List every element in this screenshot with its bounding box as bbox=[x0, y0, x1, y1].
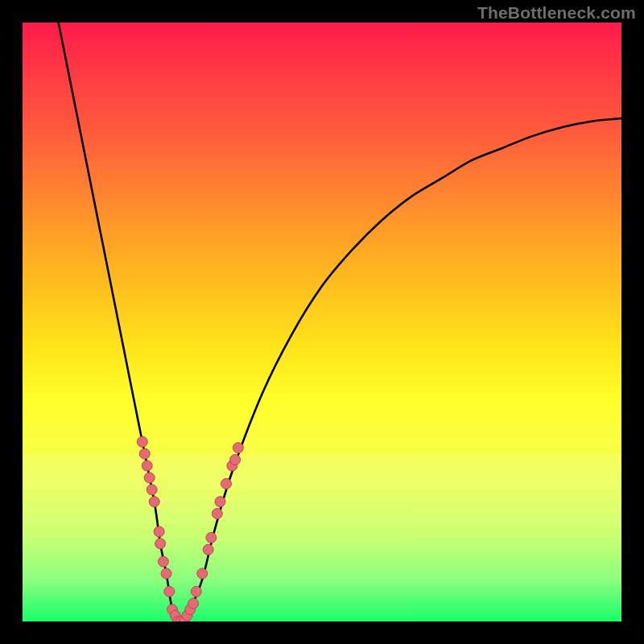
data-marker bbox=[164, 586, 175, 597]
data-marker bbox=[155, 539, 166, 549]
data-marker bbox=[188, 598, 199, 609]
data-marker bbox=[147, 485, 157, 495]
data-marker bbox=[191, 586, 201, 597]
curve-layer bbox=[23, 23, 621, 621]
data-marker bbox=[154, 526, 164, 537]
data-marker bbox=[142, 460, 152, 471]
bottleneck-curve bbox=[59, 23, 621, 621]
data-marker bbox=[215, 497, 225, 507]
plot-area bbox=[23, 23, 621, 621]
data-marker bbox=[233, 443, 243, 453]
data-marker bbox=[161, 568, 171, 579]
data-marker bbox=[212, 509, 222, 519]
data-markers bbox=[137, 436, 243, 621]
data-marker bbox=[230, 455, 241, 465]
data-marker bbox=[197, 568, 208, 579]
data-marker bbox=[149, 497, 159, 507]
data-marker bbox=[137, 436, 147, 447]
watermark-text: TheBottleneck.com bbox=[477, 3, 636, 23]
chart-frame: TheBottleneck.com bbox=[0, 0, 644, 644]
data-marker bbox=[221, 478, 231, 489]
data-marker bbox=[144, 473, 155, 483]
data-marker bbox=[158, 556, 168, 567]
data-marker bbox=[139, 448, 150, 459]
data-marker bbox=[206, 532, 217, 543]
data-marker bbox=[203, 544, 213, 555]
